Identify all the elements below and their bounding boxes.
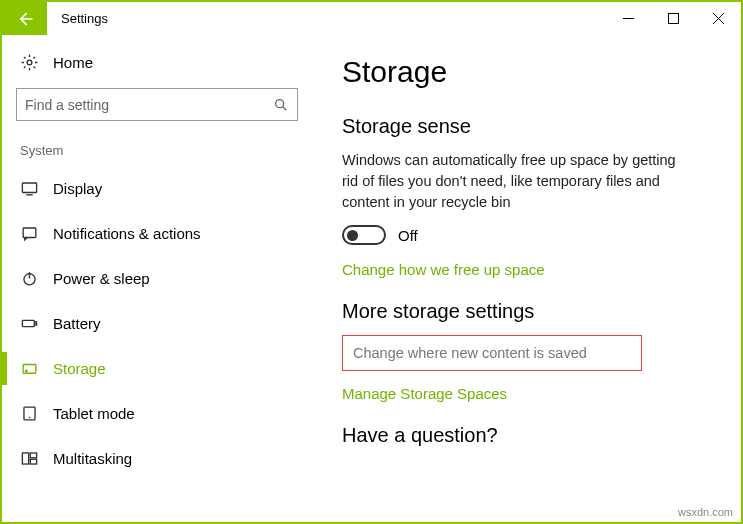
sidebar-item-notifications[interactable]: Notifications & actions	[14, 211, 300, 256]
sidebar-item-label: Display	[53, 180, 102, 197]
tablet-icon	[20, 404, 39, 423]
sidebar-item-label: Notifications & actions	[53, 225, 201, 242]
search-field[interactable]	[25, 97, 273, 113]
sidebar-item-label: Tablet mode	[53, 405, 135, 422]
section-heading-sense: Storage sense	[342, 115, 711, 138]
main-panel: Storage Storage sense Windows can automa…	[312, 35, 741, 522]
svg-point-5	[276, 99, 284, 107]
section-heading-more: More storage settings	[342, 300, 711, 323]
toggle-state-label: Off	[398, 227, 418, 244]
home-label: Home	[53, 54, 93, 71]
minimize-button[interactable]	[606, 2, 651, 35]
svg-rect-9	[23, 228, 36, 238]
sidebar-item-label: Power & sleep	[53, 270, 150, 287]
svg-rect-14	[23, 365, 36, 374]
link-change-where-saved[interactable]: Change where new content is saved	[353, 345, 587, 361]
home-button[interactable]: Home	[14, 47, 300, 82]
search-input[interactable]	[16, 88, 298, 121]
svg-rect-1	[669, 14, 679, 24]
search-icon	[273, 97, 289, 113]
svg-rect-18	[22, 453, 28, 464]
notifications-icon	[20, 224, 39, 243]
svg-point-4	[27, 60, 32, 65]
close-button[interactable]	[696, 2, 741, 35]
svg-rect-13	[35, 322, 37, 325]
svg-rect-12	[22, 320, 34, 326]
sidebar-item-power[interactable]: Power & sleep	[14, 256, 300, 301]
gear-icon	[20, 53, 39, 72]
battery-icon	[20, 314, 39, 333]
group-header-system: System	[14, 139, 300, 166]
titlebar: Settings	[2, 2, 741, 35]
sidebar-item-battery[interactable]: Battery	[14, 301, 300, 346]
multitasking-icon	[20, 449, 39, 468]
sense-description: Windows can automatically free up space …	[342, 150, 682, 213]
sidebar-item-label: Storage	[53, 360, 106, 377]
sidebar-item-display[interactable]: Display	[14, 166, 300, 211]
sidebar-item-multitasking[interactable]: Multitasking	[14, 436, 300, 481]
section-heading-question: Have a question?	[342, 424, 711, 447]
sidebar: Home System Display Notifications & acti…	[2, 35, 312, 522]
sidebar-item-tablet[interactable]: Tablet mode	[14, 391, 300, 436]
highlighted-link-box: Change where new content is saved	[342, 335, 642, 371]
storage-sense-toggle[interactable]	[342, 225, 386, 245]
page-title: Storage	[342, 55, 711, 89]
sidebar-item-label: Battery	[53, 315, 101, 332]
storage-icon	[20, 359, 39, 378]
link-manage-storage-spaces[interactable]: Manage Storage Spaces	[342, 385, 711, 402]
power-icon	[20, 269, 39, 288]
svg-rect-20	[30, 459, 36, 464]
svg-rect-19	[30, 453, 36, 458]
svg-point-15	[26, 370, 28, 372]
display-icon	[20, 179, 39, 198]
link-change-free-space[interactable]: Change how we free up space	[342, 261, 711, 278]
window-title: Settings	[47, 2, 122, 35]
sidebar-item-storage[interactable]: Storage	[14, 346, 300, 391]
svg-line-6	[283, 106, 287, 110]
maximize-button[interactable]	[651, 2, 696, 35]
watermark: wsxdn.com	[678, 506, 733, 518]
svg-rect-7	[22, 183, 36, 193]
back-button[interactable]	[2, 2, 47, 35]
sidebar-item-label: Multitasking	[53, 450, 132, 467]
